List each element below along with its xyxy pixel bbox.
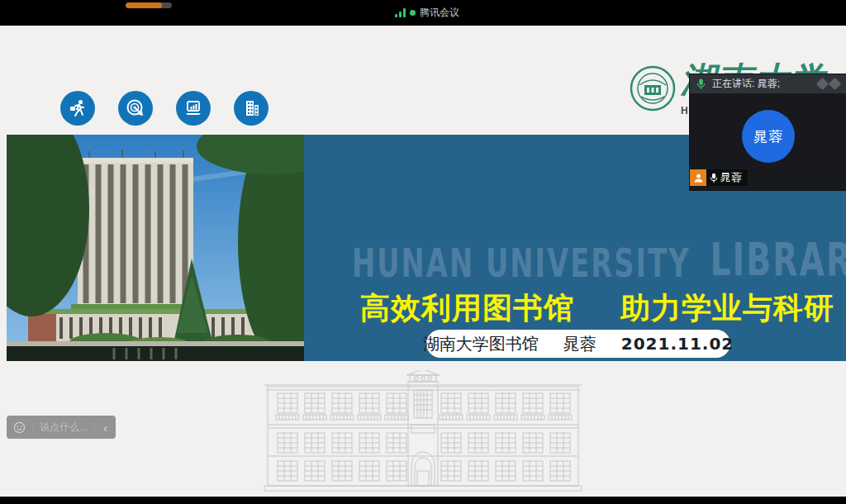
credit-organization: 湖南大学图书馆	[423, 333, 539, 355]
slide-title: 高效利用图书馆 助力学业与科研	[360, 288, 834, 329]
live-dot-icon	[410, 10, 416, 16]
credit-date: 2021.11.02	[621, 334, 734, 354]
avatar-name: 晁蓉	[753, 127, 783, 146]
building-line-drawing	[258, 370, 588, 494]
logo-english-fragment: H	[681, 105, 688, 116]
campus-building-icon	[234, 91, 269, 126]
participant-tag: 晁蓉	[706, 169, 748, 186]
participant-name-bar: 晁蓉	[690, 169, 748, 186]
avatar: 晁蓉	[742, 110, 795, 163]
chat-divider	[32, 421, 33, 433]
slide-title-part2: 助力学业与科研	[620, 288, 834, 329]
layout-icon[interactable]	[816, 78, 829, 91]
expand-icon[interactable]	[829, 78, 842, 91]
tray-meeting-indicator[interactable]: 腾讯会议	[395, 5, 459, 20]
chat-divider	[94, 421, 95, 433]
host-badge	[690, 169, 706, 186]
meeting-screen: 腾讯会议 湖南大学 图书馆 H	[0, 0, 846, 504]
signal-bars-icon	[395, 8, 406, 17]
target-search-icon	[118, 91, 153, 126]
person-icon	[693, 173, 704, 183]
system-bar-bottom	[0, 497, 846, 504]
laptop-chart-icon	[176, 91, 211, 126]
mic-icon	[710, 173, 718, 183]
library-photo	[7, 135, 304, 361]
speaking-status-text: 正在讲话: 晁蓉;	[712, 77, 811, 91]
credit-banner: 湖南大学图书馆 晁蓉 2021.11.02	[426, 330, 730, 358]
banner-english-part2: LIBRARY	[710, 232, 846, 286]
recording-progress-bar	[126, 2, 172, 8]
university-seal-icon	[630, 65, 676, 112]
speaking-mic-icon	[696, 78, 706, 90]
system-bar-top: 腾讯会议	[0, 0, 846, 26]
overlay-header[interactable]: 正在讲话: 晁蓉;	[690, 74, 846, 93]
participant-name: 晁蓉	[720, 170, 742, 185]
credit-presenter: 晁蓉	[563, 333, 596, 355]
running-person-icon	[60, 91, 95, 126]
banner-english-part1: HUNAN UNIVERSITY	[352, 240, 691, 286]
slide-icon-row	[60, 91, 269, 126]
banner-english: HUNAN UNIVERSITY LIBRARY	[352, 232, 846, 286]
slide-title-part1: 高效利用图书馆	[360, 288, 574, 329]
chevron-left-icon[interactable]: ‹	[102, 421, 109, 434]
overlay-window-controls[interactable]	[818, 79, 839, 88]
meeting-video-overlay[interactable]: 正在讲话: 晁蓉; 晁蓉 晁蓉	[690, 74, 846, 190]
recording-progress-fill	[126, 2, 162, 8]
chat-bar[interactable]: 说点什么... ‹	[7, 416, 116, 439]
chat-input[interactable]: 说点什么...	[40, 421, 88, 435]
tray-app-label: 腾讯会议	[420, 6, 459, 20]
emoji-icon[interactable]	[13, 421, 26, 434]
